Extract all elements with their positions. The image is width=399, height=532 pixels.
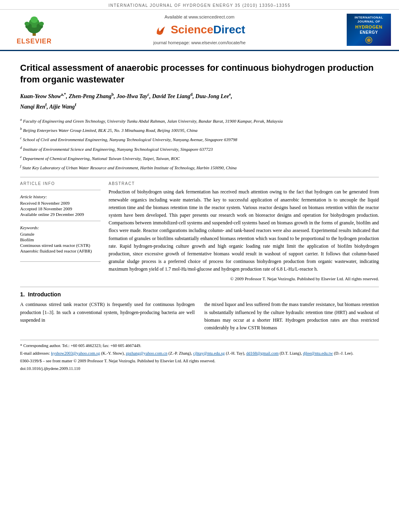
- affiliation-f: f State Key Laboratory of Urban Water Re…: [20, 163, 379, 171]
- thick-divider: [20, 287, 379, 287]
- svg-point-7: [39, 22, 44, 26]
- sciencedirect-logo: ScienceDirect: [154, 23, 245, 37]
- elsevier-tree-icon: [18, 15, 50, 37]
- affiliations: a Faculty of Engineering and Green Techn…: [20, 117, 379, 172]
- available-text: Available at www.sciencedirect.com: [165, 14, 234, 19]
- journal-header: INTERNATIONAL JOURNAL OF HYDROGEN ENERGY…: [0, 0, 399, 10]
- email-zpzhang[interactable]: zpzhang@yahoo.com.cn: [126, 351, 168, 355]
- cover-line1: International: [354, 16, 383, 20]
- abstract-label: ABSTRACT: [109, 181, 379, 186]
- banner: ELSEVIER Available at www.sciencedirect.…: [0, 10, 399, 51]
- sciencedirect-text: ScienceDirect: [171, 23, 245, 36]
- article-info-label: ARTICLE INFO: [20, 181, 101, 186]
- email-cjhtay[interactable]: cjhtay@ntu.edu.sg: [193, 351, 225, 355]
- affiliation-d: d Institute of Environmental Science and…: [20, 145, 379, 153]
- email-djlee[interactable]: djlee@ntu.edu.tw: [303, 351, 333, 355]
- keyword-2: Biofilm: [20, 237, 101, 242]
- keywords-label: Keywords:: [20, 225, 101, 230]
- email-dd168[interactable]: dd168@gmail.com: [246, 351, 279, 355]
- cover-line2: Journal of: [354, 20, 383, 24]
- keyword-4: Anaerobic fluidized bed reactor (AFBR): [20, 249, 101, 253]
- introduction-title: 1. Introduction: [20, 291, 379, 298]
- footnote-emails: E-mail addresses: kyshow2003@yahoo.com.s…: [20, 350, 379, 357]
- journal-cover-title: International Journal of HYDROGEN ENERGY: [354, 16, 383, 35]
- author-4: David Tee Liangd: [152, 93, 193, 99]
- journal-cover-thumbnail: International Journal of HYDROGEN ENERGY: [347, 14, 391, 46]
- divider-1: [20, 177, 379, 177]
- article-title: Critical assessment of anaerobic process…: [20, 62, 379, 85]
- footnote-corresponding: * Corresponding author. Tel.: +60 605 46…: [20, 343, 379, 349]
- author-7: Aijie Wangf: [49, 104, 76, 110]
- author-5: Duu-Jong Leee: [195, 93, 231, 99]
- section-number: 1.: [20, 291, 25, 298]
- article-info-column: ARTICLE INFO Article history: Received 8…: [20, 181, 101, 281]
- page-wrapper: INTERNATIONAL JOURNAL OF HYDROGEN ENERGY…: [0, 0, 399, 532]
- svg-point-6: [25, 22, 29, 26]
- introduction-body: A continuous stirred tank reactor (CSTR)…: [20, 301, 379, 332]
- affiliation-b: b Beijing Enterprises Water Group Limite…: [20, 126, 379, 134]
- affiliation-a: a Faculty of Engineering and Green Techn…: [20, 117, 379, 125]
- author-2: Zhen-Peng Zhangb: [69, 93, 114, 99]
- sd-science-text: Science: [171, 23, 213, 36]
- footnote-area: * Corresponding author. Tel.: +60 605 46…: [20, 340, 379, 372]
- authors-line: Kuan-Yeow Showa,*, Zhen-Peng Zhangb, Joo…: [20, 91, 379, 112]
- journal-cover-area: International Journal of HYDROGEN ENERGY: [339, 14, 391, 46]
- abstract-text: Production of biohydrogen using dark fer…: [109, 188, 379, 273]
- cover-line4: ENERGY: [354, 30, 383, 35]
- keyword-1: Granule: [20, 232, 101, 236]
- svg-point-9: [367, 38, 371, 42]
- elsevier-logo: ELSEVIER: [16, 15, 51, 45]
- affiliation-e: e Department of Chemical Engineering, Na…: [20, 154, 379, 162]
- section-title-text: Introduction: [28, 291, 61, 298]
- sd-direct-text: Direct: [213, 23, 245, 36]
- cover-decoration: [361, 37, 377, 44]
- keyword-3: Continuous stirred tank reactor (CSTR): [20, 243, 101, 248]
- elsevier-brand-text: ELSEVIER: [16, 38, 51, 45]
- elsevier-logo-area: ELSEVIER: [8, 15, 60, 45]
- author-1: Kuan-Yeow Showa,*: [20, 93, 66, 99]
- accepted-date: Accepted 18 November 2009: [20, 206, 101, 211]
- history-label: Article history:: [20, 194, 101, 199]
- affiliation-c: c School of Civil and Environmental Engi…: [20, 135, 379, 143]
- abstract-column: ABSTRACT Production of biohydrogen using…: [109, 181, 379, 281]
- intro-col-2: the mixed liquor and less suffered from …: [204, 301, 379, 332]
- author-6: Nanqi Renf: [20, 104, 47, 110]
- homepage-text: journal homepage: www.elsevier.com/locat…: [153, 40, 245, 45]
- abstract-paragraph: Production of biohydrogen using dark fer…: [109, 188, 379, 273]
- sciencedirect-icon: [154, 23, 168, 37]
- intro-col-1: A continuous stirred tank reactor (CSTR)…: [20, 301, 195, 332]
- footnote-issn: 0360-3199/$ – see front matter © 2009 Pr…: [20, 358, 379, 365]
- svg-point-3: [31, 16, 38, 23]
- article-info-abstract: ARTICLE INFO Article history: Received 8…: [20, 181, 379, 281]
- footnote-doi: doi:10.1016/j.ijhydene.2009.11.110: [20, 366, 379, 372]
- abstract-copyright: © 2009 Professor T. Nejat Veziroglu. Pub…: [109, 276, 379, 281]
- author-3: Joo-Hwa Tayc: [117, 93, 149, 99]
- keywords-end-divider: [20, 261, 101, 262]
- article-info-divider: [20, 190, 101, 190]
- sciencedirect-area: Available at www.sciencedirect.com Scien…: [60, 14, 339, 45]
- journal-header-text: INTERNATIONAL JOURNAL OF HYDROGEN ENERGY…: [109, 3, 291, 8]
- cover-line3: HYDROGEN: [354, 24, 383, 30]
- available-date: Available online 29 December 2009: [20, 212, 101, 217]
- main-content: Critical assessment of anaerobic process…: [0, 51, 399, 532]
- keywords-divider: [20, 221, 101, 221]
- received-date: Received 8 November 2009: [20, 201, 101, 205]
- email-kyshow[interactable]: kyshow2003@yahoo.com.sg: [51, 351, 100, 355]
